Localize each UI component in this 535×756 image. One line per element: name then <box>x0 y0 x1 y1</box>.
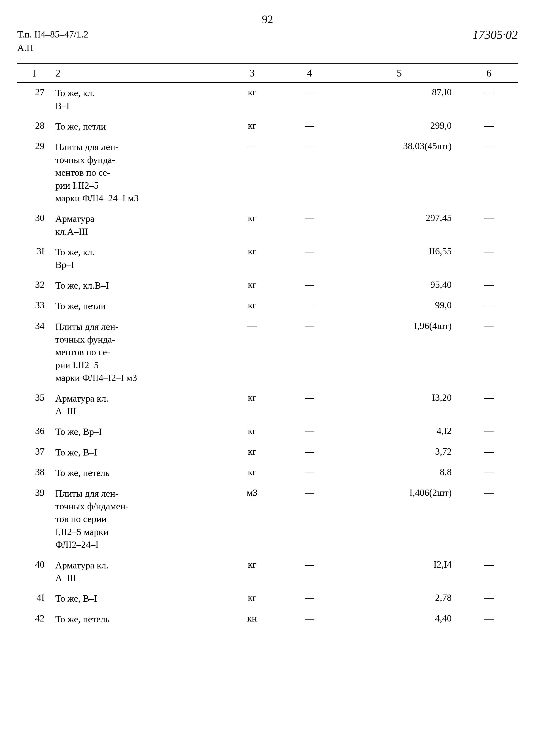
row-col4: — <box>281 555 338 588</box>
table-row: 36То же, Вр–Iкг—4,I2— <box>17 421 518 442</box>
row-num: 29 <box>17 137 51 208</box>
doc-ref: Т.п. II4–85–47/1.2 А.П <box>17 28 88 54</box>
table-row: 37То же, В–Iкг—3,72— <box>17 442 518 463</box>
table-row: 30Арматура кл.А–IIIкг—297,45— <box>17 208 518 242</box>
table-header-row: I 2 3 4 5 6 <box>17 64 518 83</box>
row-num: 3I <box>17 242 51 275</box>
row-unit: кг <box>223 588 281 609</box>
table-row: 40Арматура кл. А–IIIкг—I2,I4— <box>17 555 518 588</box>
row-col5: I3,20 <box>338 388 460 422</box>
row-col5: 8,8 <box>338 463 460 483</box>
row-description: То же, кл.В–I <box>51 275 223 296</box>
row-col4: — <box>281 296 338 316</box>
row-unit: м3 <box>223 483 281 555</box>
row-num: 38 <box>17 463 51 483</box>
col-header-5: 5 <box>338 64 460 83</box>
row-unit: кг <box>223 208 281 242</box>
row-col4: — <box>281 442 338 463</box>
row-col4: — <box>281 483 338 555</box>
row-col5: 4,I2 <box>338 421 460 442</box>
main-table: I 2 3 4 5 6 27То же, кл. В–Iкг—87,I0—28Т… <box>17 64 518 630</box>
row-description: То же, кл. Вр–I <box>51 242 223 275</box>
row-col6: — <box>461 83 518 116</box>
row-description: То же, петель <box>51 463 223 483</box>
col-header-3: 3 <box>223 64 281 83</box>
row-unit: кг <box>223 242 281 275</box>
row-unit: кг <box>223 463 281 483</box>
row-num: 34 <box>17 316 51 388</box>
row-col6: — <box>461 116 518 137</box>
row-col4: — <box>281 463 338 483</box>
row-col6: — <box>461 609 518 630</box>
row-description: То же, петли <box>51 116 223 137</box>
row-col5: I,406(2шт) <box>338 483 460 555</box>
row-num: 37 <box>17 442 51 463</box>
table-row: 42То же, петелькн—4,40— <box>17 609 518 630</box>
row-unit: кг <box>223 116 281 137</box>
row-unit: кг <box>223 442 281 463</box>
col-header-2: 2 <box>51 64 223 83</box>
col-header-1: I <box>17 64 51 83</box>
row-col6: — <box>461 388 518 422</box>
row-col5: 299,0 <box>338 116 460 137</box>
row-unit: кн <box>223 609 281 630</box>
table-row: 38То же, петелькг—8,8— <box>17 463 518 483</box>
row-col5: 87,I0 <box>338 83 460 116</box>
row-unit: кг <box>223 275 281 296</box>
doc-number: 17305·02 <box>472 28 518 41</box>
table-row: 4IТо же, В–Iкг—2,78— <box>17 588 518 609</box>
row-col6: — <box>461 483 518 555</box>
table-row: 35Арматура кл. А–IIIкг—I3,20— <box>17 388 518 422</box>
row-col4: — <box>281 208 338 242</box>
row-description: То же, петель <box>51 609 223 630</box>
row-col4: — <box>281 83 338 116</box>
row-description: Плиты для лен- точных фунда- ментов по с… <box>51 137 223 208</box>
row-col6: — <box>461 463 518 483</box>
row-col5: 99,0 <box>338 296 460 316</box>
row-col4: — <box>281 421 338 442</box>
row-col6: — <box>461 442 518 463</box>
row-num: 36 <box>17 421 51 442</box>
row-description: Плиты для лен- точных ф/ндамен- тов по с… <box>51 483 223 555</box>
table-row: 33То же, петликг—99,0— <box>17 296 518 316</box>
row-unit: кг <box>223 388 281 422</box>
row-unit: — <box>223 137 281 208</box>
row-col6: — <box>461 296 518 316</box>
row-col4: — <box>281 588 338 609</box>
row-num: 32 <box>17 275 51 296</box>
row-col5: 3,72 <box>338 442 460 463</box>
header-area: Т.п. II4–85–47/1.2 А.П 17305·02 <box>17 28 518 54</box>
row-num: 4I <box>17 588 51 609</box>
col-header-6: 6 <box>461 64 518 83</box>
row-col5: II6,55 <box>338 242 460 275</box>
row-col4: — <box>281 275 338 296</box>
row-num: 28 <box>17 116 51 137</box>
row-num: 42 <box>17 609 51 630</box>
table-row: 29Плиты для лен- точных фунда- ментов по… <box>17 137 518 208</box>
row-col5: 297,45 <box>338 208 460 242</box>
row-col5: 4,40 <box>338 609 460 630</box>
row-unit: — <box>223 316 281 388</box>
row-col4: — <box>281 137 338 208</box>
row-col6: — <box>461 208 518 242</box>
row-col6: — <box>461 275 518 296</box>
row-col5: I,96(4шт) <box>338 316 460 388</box>
row-num: 35 <box>17 388 51 422</box>
row-col6: — <box>461 555 518 588</box>
row-col5: I2,I4 <box>338 555 460 588</box>
row-num: 40 <box>17 555 51 588</box>
row-num: 30 <box>17 208 51 242</box>
row-description: То же, кл. В–I <box>51 83 223 116</box>
row-description: То же, Вр–I <box>51 421 223 442</box>
row-unit: кг <box>223 555 281 588</box>
row-col6: — <box>461 588 518 609</box>
row-col6: — <box>461 242 518 275</box>
row-description: То же, петли <box>51 296 223 316</box>
row-description: Плиты для лен- точных фунда- ментов по с… <box>51 316 223 388</box>
table-row: 28То же, петликг—299,0— <box>17 116 518 137</box>
row-col4: — <box>281 242 338 275</box>
row-col4: — <box>281 609 338 630</box>
row-description: Арматура кл. А–III <box>51 388 223 422</box>
row-num: 33 <box>17 296 51 316</box>
table-row: 32То же, кл.В–Iкг—95,40— <box>17 275 518 296</box>
